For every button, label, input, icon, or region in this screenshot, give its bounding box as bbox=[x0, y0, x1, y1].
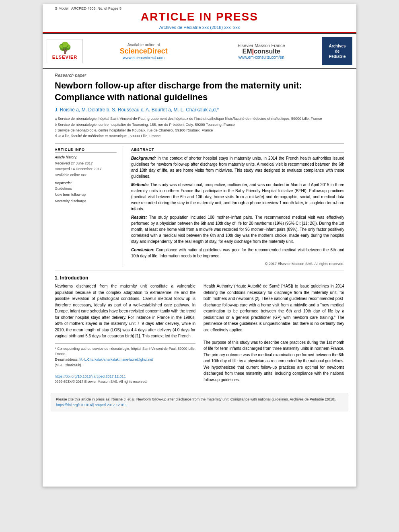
g-model-text: G Model bbox=[55, 6, 68, 10]
elsevier-masson-text: Elsevier Masson France bbox=[205, 43, 319, 48]
em-consulte-url: www.em-consulte.com/en bbox=[205, 55, 319, 60]
article-type: Research paper bbox=[55, 73, 344, 78]
abstract-conclusion: Conclusion: Compliance with national gui… bbox=[131, 247, 344, 259]
archives-brand: ArchivesdePédiatrie bbox=[329, 43, 346, 59]
abstract-results: Results: The study population included 1… bbox=[131, 214, 344, 244]
email-address: M.-L.Charkaluk*charkaluk.marie-laure@ghi… bbox=[79, 357, 153, 362]
sciencedirect-block: Available online at ScienceDirect www.sc… bbox=[87, 43, 201, 60]
em-consulte-brand: EM|consulte bbox=[205, 48, 319, 55]
authors-list: J. Roisné a, M. Delattre b, S. Rousseau … bbox=[55, 107, 344, 113]
results-heading: Results: bbox=[131, 215, 147, 220]
methods-heading: Methods: bbox=[131, 183, 149, 187]
em-consulte-block: Elsevier Masson France EM|consulte www.e… bbox=[205, 43, 319, 60]
issn-text: 0929-693X/© 2017 Elsevier Masson SAS. Al… bbox=[55, 379, 195, 385]
consulte-text: consulte bbox=[254, 48, 280, 55]
citation-text: Please cite this article in press as: Ro… bbox=[56, 397, 336, 401]
credit-note: (M.-L. Charkaluk). bbox=[55, 363, 195, 368]
abstract-column: ABSTRACT Background: In the context of s… bbox=[131, 148, 344, 267]
article-title: Newborn follow-up after discharge from t… bbox=[55, 80, 344, 103]
keywords-label: Keywords: bbox=[55, 181, 117, 185]
intro-col-right: Health Authority (Haute Autorité de Sant… bbox=[204, 283, 344, 384]
article-banner: G Model ARCPED-4603; No. of Pages 5 ARTI… bbox=[43, 4, 356, 33]
article-info-column: ARTICLE INFO Article history: Received 2… bbox=[55, 148, 123, 267]
abstract-text: Background: In the context of shorter ho… bbox=[131, 155, 344, 267]
affiliations-block: a Service de néonatologie, hôpital Saint… bbox=[55, 116, 344, 144]
keyword-3: Maternity discharge bbox=[55, 198, 117, 204]
article-in-press-title: ARTICLE IN PRESS bbox=[43, 10, 356, 23]
corresponding-note: * Corresponding author. service de néona… bbox=[55, 346, 195, 357]
conclusion-heading: Conclusion: bbox=[131, 248, 154, 252]
email-name: M.-L.Charkaluk bbox=[79, 357, 103, 362]
email-suffix: charkaluk.marie-laure@ghicl.net bbox=[104, 357, 153, 362]
conclusion-text: Compliance with national guidelines was … bbox=[131, 248, 344, 258]
archives-logo: ArchivesdePédiatrie bbox=[322, 37, 352, 65]
main-content: Research paper Newborn follow-up after d… bbox=[43, 69, 356, 389]
affiliation-c: c Service de néonatologie, centre hospit… bbox=[55, 127, 344, 133]
affiliation-a: a Service de néonatologie, hôpital Saint… bbox=[55, 116, 344, 121]
available-online-text: Available online at bbox=[87, 43, 201, 47]
affiliation-d: d UCLille, faculté de médecine et maïeut… bbox=[55, 133, 344, 139]
available-date: Available online xxx bbox=[55, 172, 117, 178]
citation-doi: https://doi.org/10.1016/j.arcped.2017.12… bbox=[56, 403, 127, 407]
accepted-date: Accepted 14 December 2017 bbox=[55, 166, 117, 172]
methods-text: The study was observational, prospective… bbox=[131, 183, 344, 211]
background-heading: Background: bbox=[131, 156, 156, 160]
footer-citation: Please cite this article in press as: Ro… bbox=[51, 393, 348, 412]
abstract-methods: Methods: The study was observational, pr… bbox=[131, 182, 344, 212]
affiliation-b: b Service de néonatologie, centre hospit… bbox=[55, 122, 344, 127]
article-info-label: ARTICLE INFO bbox=[55, 148, 117, 153]
intro-col-left: Newborns discharged from the maternity u… bbox=[55, 283, 195, 384]
sciencedirect-brand: ScienceDirect bbox=[87, 47, 201, 55]
tree-icon: 🌳 bbox=[58, 43, 72, 54]
intro-paragraph-1: Newborns discharged from the maternity u… bbox=[55, 283, 195, 339]
arcped-text: ARCPED-4603; No. of Pages 5 bbox=[71, 6, 121, 10]
journal-name: Archives de Pédiatrie xxx (2018) xxx–xxx bbox=[43, 23, 356, 31]
email-label: E-mail address: bbox=[55, 357, 78, 362]
footnotes: * Corresponding author. service de néona… bbox=[55, 343, 195, 385]
section-divider bbox=[55, 271, 344, 271]
elsevier-logo: 🌳 ELSEVIER bbox=[47, 39, 83, 63]
em-text: EM bbox=[243, 48, 252, 55]
history-label: Article history: bbox=[55, 155, 117, 159]
doi-link: https://doi.org/10.1016/j.arcped.2017.12… bbox=[55, 374, 195, 379]
email-note: E-mail address: M.-L.Charkaluk*charkaluk… bbox=[55, 357, 195, 363]
intro-body: Newborns discharged from the maternity u… bbox=[55, 283, 344, 384]
copyright-text: © 2017 Elsevier Masson SAS. All rights r… bbox=[131, 261, 344, 267]
sciencedirect-url: www.sciencedirect.com bbox=[87, 55, 201, 60]
keyword-2: New born follow-up bbox=[55, 192, 117, 198]
abstract-background: Background: In the context of shorter ho… bbox=[131, 155, 344, 179]
info-abstract-section: ARTICLE INFO Article history: Received 2… bbox=[55, 148, 344, 267]
abstract-label: ABSTRACT bbox=[131, 148, 344, 153]
g-model-line: G Model ARCPED-4603; No. of Pages 5 bbox=[43, 6, 356, 10]
elsevier-brand: ELSEVIER bbox=[52, 55, 77, 60]
background-text: In the context of shorter hospital stays… bbox=[131, 156, 344, 179]
results-text: The study population included 108 mother… bbox=[131, 215, 344, 244]
received-date: Received 27 June 2017 bbox=[55, 160, 117, 166]
keyword-1: Guidelines bbox=[55, 186, 117, 192]
publisher-header: 🌳 ELSEVIER Available online at ScienceDi… bbox=[43, 33, 356, 69]
intro-paragraph-2: Health Authority (Haute Autorité de Sant… bbox=[204, 283, 344, 383]
article-page: G Model ARCPED-4603; No. of Pages 5 ARTI… bbox=[43, 4, 356, 487]
intro-heading: 1. Introduction bbox=[55, 275, 344, 281]
